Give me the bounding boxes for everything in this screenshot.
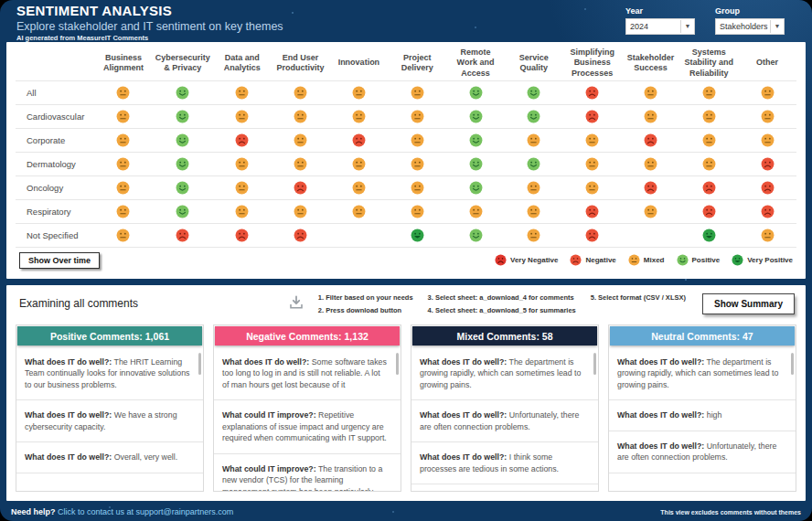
sentiment-cell[interactable] bbox=[622, 199, 680, 223]
sentiment-cell[interactable] bbox=[738, 152, 796, 175]
comment-card: What does IT do well?: The HRIT Learning… bbox=[16, 347, 203, 400]
sentiment-cell[interactable] bbox=[94, 152, 153, 175]
sentiment-cell[interactable] bbox=[388, 128, 446, 152]
sentiment-cell[interactable] bbox=[153, 128, 213, 152]
sentiment-cell[interactable] bbox=[622, 152, 680, 175]
sentiment-cell[interactable] bbox=[388, 199, 446, 223]
sentiment-cell[interactable] bbox=[622, 128, 680, 152]
chevron-down-icon[interactable]: ▼ bbox=[770, 20, 784, 33]
sentiment-cell[interactable] bbox=[213, 80, 272, 104]
sentiment-cell[interactable] bbox=[679, 80, 738, 104]
chevron-down-icon[interactable]: ▼ bbox=[680, 20, 694, 33]
sentiment-cell[interactable] bbox=[213, 175, 272, 199]
sentiment-cell[interactable] bbox=[505, 152, 563, 175]
sentiment-cell[interactable] bbox=[738, 104, 796, 128]
year-select[interactable]: 2024 ▼ bbox=[625, 18, 695, 35]
sentiment-cell[interactable] bbox=[388, 104, 446, 128]
sentiment-cell[interactable] bbox=[622, 80, 680, 104]
sentiment-cell[interactable] bbox=[329, 128, 388, 152]
sentiment-cell[interactable] bbox=[738, 128, 796, 152]
sentiment-cell[interactable] bbox=[94, 128, 153, 152]
sentiment-cell[interactable] bbox=[272, 152, 330, 175]
sentiment-cell[interactable] bbox=[622, 175, 680, 199]
support-contact-link[interactable]: Click to contact us at support@rainpartn… bbox=[58, 507, 233, 516]
sentiment-cell[interactable] bbox=[446, 152, 505, 175]
sentiment-cell[interactable] bbox=[446, 223, 505, 247]
sentiment-cell[interactable] bbox=[679, 175, 738, 199]
sentiment-cell[interactable] bbox=[446, 104, 505, 128]
sentiment-cell[interactable] bbox=[738, 223, 796, 247]
sentiment-cell[interactable] bbox=[213, 128, 272, 152]
sentiment-cell[interactable] bbox=[272, 199, 330, 223]
sentiment-cell[interactable] bbox=[505, 199, 563, 223]
sentiment-cell[interactable] bbox=[563, 223, 622, 247]
sentiment-cell[interactable] bbox=[446, 199, 505, 223]
scrollbar-thumb[interactable] bbox=[396, 353, 399, 375]
sentiment-cell[interactable] bbox=[153, 104, 213, 128]
sentiment-cell[interactable] bbox=[153, 199, 213, 223]
sentiment-cell[interactable] bbox=[388, 80, 446, 104]
sentiment-cell[interactable] bbox=[563, 175, 622, 199]
sentiment-cell[interactable] bbox=[505, 80, 563, 104]
sentiment-cell[interactable] bbox=[679, 152, 738, 175]
sentiment-cell[interactable] bbox=[153, 152, 213, 175]
show-over-time-button[interactable]: Show Over time bbox=[19, 252, 100, 269]
sentiment-cell[interactable] bbox=[388, 152, 446, 175]
sentiment-cell[interactable] bbox=[329, 175, 388, 199]
sentiment-cell[interactable] bbox=[153, 223, 213, 247]
sentiment-cell[interactable] bbox=[622, 104, 680, 128]
sentiment-cell[interactable] bbox=[563, 128, 622, 152]
sentiment-cell[interactable] bbox=[329, 152, 388, 175]
comment-panel-body[interactable]: What does IT do well?: The HRIT Learning… bbox=[16, 346, 203, 491]
show-summary-button[interactable]: Show Summary bbox=[702, 293, 795, 314]
sentiment-cell[interactable] bbox=[679, 104, 738, 128]
scrollbar-thumb[interactable] bbox=[593, 353, 596, 375]
sentiment-cell[interactable] bbox=[329, 104, 388, 128]
comment-panel-body[interactable]: What does IT do well?: Some software tak… bbox=[214, 346, 401, 491]
sentiment-cell[interactable] bbox=[505, 223, 563, 247]
sentiment-cell[interactable] bbox=[272, 128, 330, 152]
row-label: Respiratory bbox=[16, 199, 94, 223]
sentiment-cell[interactable] bbox=[505, 175, 563, 199]
sentiment-cell[interactable] bbox=[446, 128, 505, 152]
sentiment-cell[interactable] bbox=[153, 80, 213, 104]
sentiment-cell[interactable] bbox=[94, 175, 153, 199]
sentiment-cell[interactable] bbox=[272, 80, 330, 104]
sentiment-cell[interactable] bbox=[563, 104, 622, 128]
sentiment-cell[interactable] bbox=[679, 128, 738, 152]
sentiment-cell[interactable] bbox=[446, 175, 505, 199]
comment-panel-body[interactable]: What does IT do well?: The department is… bbox=[411, 346, 598, 491]
sentiment-cell[interactable] bbox=[94, 104, 153, 128]
sentiment-cell[interactable] bbox=[213, 152, 272, 175]
sentiment-cell[interactable] bbox=[329, 199, 388, 223]
scrollbar-thumb[interactable] bbox=[791, 353, 794, 375]
sentiment-cell[interactable] bbox=[272, 104, 330, 128]
sentiment-cell[interactable] bbox=[213, 199, 272, 223]
sentiment-cell[interactable] bbox=[563, 152, 622, 175]
sentiment-cell[interactable] bbox=[505, 104, 563, 128]
comment-panel: Mixed Comments: 58What does IT do well?:… bbox=[411, 324, 599, 492]
sentiment-cell[interactable] bbox=[505, 128, 563, 152]
sentiment-cell[interactable] bbox=[153, 175, 213, 199]
sentiment-cell[interactable] bbox=[679, 199, 738, 223]
sentiment-cell[interactable] bbox=[738, 80, 796, 104]
sentiment-cell[interactable] bbox=[94, 199, 153, 223]
sentiment-cell[interactable] bbox=[388, 223, 446, 247]
sentiment-cell[interactable] bbox=[329, 80, 388, 104]
comment-panel-body[interactable]: What does IT do well?: The department is… bbox=[609, 346, 796, 491]
sentiment-cell[interactable] bbox=[272, 223, 330, 247]
sentiment-cell[interactable] bbox=[738, 199, 796, 223]
sentiment-cell[interactable] bbox=[94, 223, 153, 247]
sentiment-cell[interactable] bbox=[272, 175, 330, 199]
sentiment-cell[interactable] bbox=[679, 223, 738, 247]
sentiment-cell[interactable] bbox=[213, 104, 272, 128]
sentiment-cell[interactable] bbox=[563, 80, 622, 104]
sentiment-cell[interactable] bbox=[388, 175, 446, 199]
scrollbar-thumb[interactable] bbox=[198, 353, 201, 375]
group-select[interactable]: Stakeholders ▼ bbox=[715, 18, 785, 35]
sentiment-cell[interactable] bbox=[213, 223, 272, 247]
sentiment-cell[interactable] bbox=[563, 199, 622, 223]
sentiment-cell[interactable] bbox=[94, 80, 153, 104]
sentiment-cell[interactable] bbox=[738, 175, 796, 199]
sentiment-cell[interactable] bbox=[446, 80, 505, 104]
